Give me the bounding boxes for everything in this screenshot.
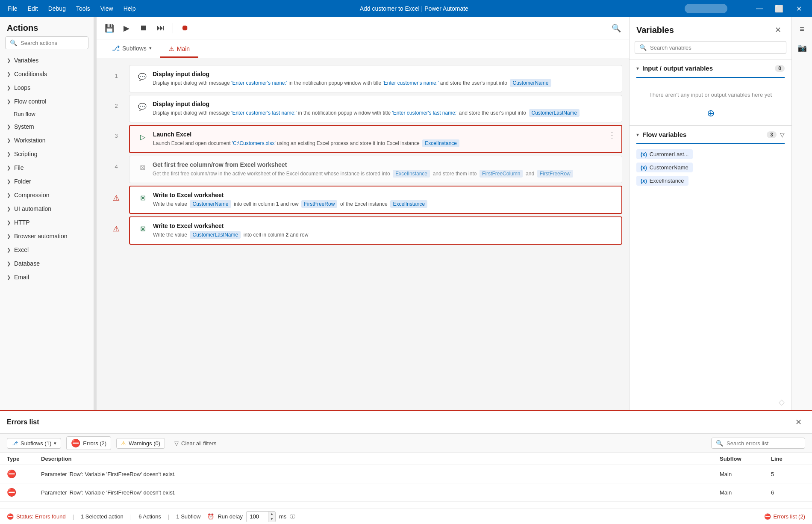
excel-icon: ▷ <box>137 131 149 143</box>
menu-file[interactable]: File <box>3 3 22 14</box>
run-delay-input-box[interactable]: ▲ ▼ <box>246 511 276 522</box>
error-icon: ⛔ <box>71 438 80 448</box>
error-link-icon: ⛔ <box>764 513 771 520</box>
tab-main-label: Main <box>177 45 190 52</box>
subflows-filter-label: Subflows (1) <box>21 440 51 447</box>
info-icon: ⓘ <box>290 513 295 521</box>
menu-edit[interactable]: Edit <box>24 3 42 14</box>
category-database[interactable]: ❯ Database <box>0 257 94 270</box>
menu-help[interactable]: Help <box>119 3 140 14</box>
category-conditionals[interactable]: ❯ Conditionals <box>0 67 94 81</box>
variable-name-excelinstance: ExcelInstance <box>650 178 684 184</box>
step-card-5[interactable]: ⊠ Write to Excel worksheet Write the val… <box>129 186 622 214</box>
category-excel[interactable]: ❯ Excel <box>0 243 94 257</box>
image-button[interactable]: 📷 <box>794 39 811 56</box>
category-browser-automation[interactable]: ❯ Browser automation <box>0 229 94 243</box>
errors-search-input[interactable] <box>727 440 800 447</box>
variable-name-customername: CustomerName <box>650 164 688 171</box>
category-compression[interactable]: ❯ Compression <box>0 188 94 202</box>
search-actions-input[interactable] <box>21 40 84 46</box>
excel-grid-icon: ⊠ <box>136 161 148 173</box>
search-icon: 🔍 <box>716 440 723 447</box>
category-variables[interactable]: ❯ Variables <box>0 53 94 67</box>
layers-button[interactable]: ≡ <box>794 21 811 38</box>
category-system[interactable]: ❯ System <box>0 120 94 133</box>
error-row-2[interactable]: ⛔ Parameter 'Row': Variable 'FirstFreeRo… <box>0 483 812 502</box>
warnings-filter-button[interactable]: ⚠ Warnings (0) <box>116 438 165 449</box>
category-scripting[interactable]: ❯ Scripting <box>0 147 94 161</box>
category-loops[interactable]: ❯ Loops <box>0 81 94 95</box>
flow-step-5: ⚠ ⊠ Write to Excel worksheet Write the v… <box>103 186 622 215</box>
menu-view[interactable]: View <box>96 3 118 14</box>
search-actions-box[interactable]: 🔍 <box>5 36 88 49</box>
variable-chip-customerlast[interactable]: (x) CustomerLast... <box>636 149 693 159</box>
variables-search-box[interactable]: 🔍 <box>635 41 786 54</box>
add-variable-button[interactable]: ⊕ <box>704 107 718 120</box>
run-delay-label: Run delay <box>218 513 243 520</box>
title-bar-menus: File Edit Debug Tools View Help <box>0 3 144 14</box>
step-card-3[interactable]: ▷ Launch Excel Launch Excel and open doc… <box>129 125 622 153</box>
run-button[interactable]: ▶ <box>119 21 134 36</box>
variable-chip-customername[interactable]: (x) CustomerName <box>636 163 693 172</box>
category-http[interactable]: ❯ HTTP <box>0 216 94 229</box>
errors-close-button[interactable]: ✕ <box>791 415 805 429</box>
run-delay-value[interactable] <box>247 512 268 521</box>
tabs-bar: ⎇ Subflows ▾ ⚠ Main <box>97 39 629 58</box>
variables-header: Variables ✕ <box>630 17 791 41</box>
errors-table: Type Description Subflow Line ⛔ Paramete… <box>0 453 812 509</box>
flow-canvas: 💾 ▶ ⏹ ⏭ ⏺ 🔍 ⎇ Subflows ▾ ⚠ Main 1 <box>97 17 629 410</box>
separator-3: | <box>168 513 169 520</box>
error-row-1[interactable]: ⛔ Parameter 'Row': Variable 'FirstFreeRo… <box>0 465 812 483</box>
step-card-4[interactable]: ⊠ Get first free column/row from Excel w… <box>129 156 622 183</box>
category-file[interactable]: ❯ File <box>0 161 94 175</box>
errors-filter-button[interactable]: ⛔ Errors (2) <box>66 436 111 450</box>
selected-action-count: 1 Selected action <box>81 513 124 520</box>
next-button[interactable]: ⏭ <box>153 21 168 36</box>
chevron-right-icon: ❯ <box>7 99 11 104</box>
filter-icon[interactable]: ▽ <box>780 131 785 138</box>
step-card-2[interactable]: 💬 Display input dialog Display input dia… <box>129 95 622 122</box>
subflows-icon: ⎇ <box>12 440 18 447</box>
spinner-up[interactable]: ▲ <box>268 512 275 517</box>
spinner-down[interactable]: ▼ <box>268 517 275 522</box>
category-workstation[interactable]: ❯ Workstation <box>0 133 94 147</box>
step-title-3: Launch Excel <box>153 131 615 138</box>
category-flow-control[interactable]: ❯ Flow control <box>0 95 94 108</box>
clock-icon: ⏰ <box>207 513 214 520</box>
subcategory-run-flow[interactable]: Run flow <box>0 108 94 120</box>
menu-debug[interactable]: Debug <box>44 3 70 14</box>
step-desc-5: Write the value CustomerName into cell i… <box>153 200 427 208</box>
chevron-down-icon[interactable]: ▾ <box>636 65 639 71</box>
errors-list-link[interactable]: ⛔ Errors list (2) <box>764 513 805 520</box>
search-button[interactable]: 🔍 <box>609 21 624 36</box>
input-output-section: ▾ Input / output variables 0 There aren'… <box>630 59 791 125</box>
clear-all-filters-button[interactable]: ▽ Clear all filters <box>170 438 221 448</box>
category-ui-automation[interactable]: ❯ UI automation <box>0 202 94 216</box>
chevron-right-icon: ❯ <box>7 58 11 63</box>
minimize-btn[interactable]: — <box>750 2 769 15</box>
record-button[interactable]: ⏺ <box>177 21 193 36</box>
save-button[interactable]: 💾 <box>102 21 117 36</box>
category-folder[interactable]: ❯ Folder <box>0 175 94 188</box>
category-email[interactable]: ❯ Email <box>0 270 94 284</box>
variables-close-button[interactable]: ✕ <box>771 23 785 37</box>
step-card-1[interactable]: 💬 Display input dialog Display input dia… <box>129 65 622 92</box>
chevron-right-icon: ❯ <box>7 275 11 280</box>
input-output-empty: There aren't any input or output variabl… <box>636 83 785 107</box>
errors-search-box[interactable]: 🔍 <box>711 438 805 449</box>
tab-subflows[interactable]: ⎇ Subflows ▾ <box>103 40 160 58</box>
tab-main[interactable]: ⚠ Main <box>160 41 198 58</box>
chevron-down-icon: ▾ <box>149 45 152 51</box>
close-btn[interactable]: ✕ <box>789 2 809 15</box>
step-menu-btn-3[interactable]: ⋮ <box>606 129 618 141</box>
stop-button[interactable]: ⏹ <box>136 21 151 36</box>
chevron-right-icon: ❯ <box>7 151 11 157</box>
chevron-down-icon[interactable]: ▾ <box>636 132 639 138</box>
step-card-6[interactable]: ⊠ Write to Excel worksheet Write the val… <box>129 216 622 245</box>
subflows-filter-button[interactable]: ⎇ Subflows (1) ▾ <box>7 438 61 449</box>
variables-search-input[interactable] <box>650 44 782 51</box>
menu-tools[interactable]: Tools <box>72 3 94 14</box>
tab-subflows-label: Subflows <box>122 45 147 52</box>
maximize-btn[interactable]: ⬜ <box>769 2 789 15</box>
variable-chip-excelinstance[interactable]: (x) ExcelInstance <box>636 176 688 186</box>
